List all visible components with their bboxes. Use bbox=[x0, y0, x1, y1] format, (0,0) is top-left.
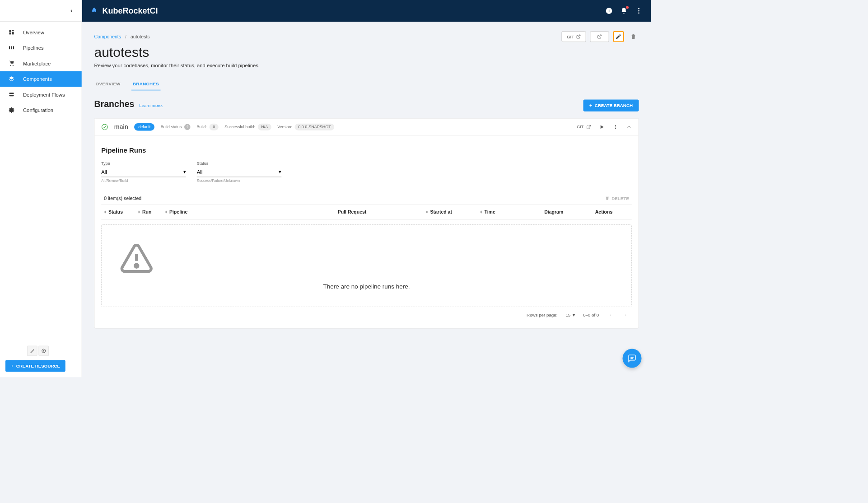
external-link-icon bbox=[576, 34, 581, 39]
svg-marker-9 bbox=[9, 76, 14, 79]
warning-icon bbox=[118, 241, 615, 275]
build-status-label: Build status bbox=[161, 125, 182, 130]
svg-rect-5 bbox=[11, 46, 12, 49]
sidebar-item-marketplace[interactable]: Marketplace bbox=[0, 56, 82, 71]
svg-line-21 bbox=[578, 35, 580, 37]
branch-git-link[interactable]: GIT bbox=[577, 125, 591, 130]
col-status: Status bbox=[108, 210, 123, 215]
sidebar-nav: Overview Pipelines Marketplace Component… bbox=[0, 22, 82, 340]
svg-point-15 bbox=[43, 350, 44, 352]
create-resource-label: CREATE RESOURCE bbox=[16, 363, 60, 368]
rocket-icon bbox=[90, 7, 98, 15]
build-label: Build: bbox=[196, 125, 207, 130]
dashboard-icon bbox=[8, 29, 15, 36]
trash-icon bbox=[630, 33, 637, 40]
page-title: autotests bbox=[94, 45, 639, 60]
sidebar-item-label: Marketplace bbox=[23, 61, 51, 66]
learn-more-link[interactable]: Learn more. bbox=[139, 103, 163, 108]
branch-header: main default Build status? Build:0 Succe… bbox=[94, 119, 639, 136]
create-branch-button[interactable]: + CREATE BRANCH bbox=[583, 100, 639, 112]
branches-title: Branches bbox=[94, 99, 135, 109]
sort-icon[interactable]: ▲▼ bbox=[165, 210, 167, 214]
sidebar-item-components[interactable]: Components bbox=[0, 71, 82, 87]
tab-branches[interactable]: BRANCHES bbox=[131, 78, 160, 91]
filter-type-select[interactable]: All ▾ bbox=[101, 167, 186, 177]
empty-state: There are no pipeline runs here. bbox=[101, 224, 632, 307]
sidebar-item-pipelines[interactable]: Pipelines bbox=[0, 40, 82, 56]
svg-text:i: i bbox=[608, 8, 610, 13]
branch-git-label: GIT bbox=[577, 125, 583, 130]
external-button[interactable] bbox=[590, 31, 609, 42]
collapse-button[interactable] bbox=[626, 124, 632, 130]
info-button[interactable]: i bbox=[605, 7, 613, 15]
svg-point-19 bbox=[638, 10, 639, 12]
wand-tool-button[interactable] bbox=[27, 346, 37, 356]
filter-status-label: Status bbox=[197, 161, 282, 166]
selected-count: 0 item(s) selected bbox=[104, 196, 141, 201]
chevron-down-icon: ▾ bbox=[279, 169, 281, 175]
page-range: 0–0 of 0 bbox=[583, 312, 599, 317]
sort-icon[interactable]: ▲▼ bbox=[480, 210, 482, 214]
svg-line-22 bbox=[599, 35, 602, 37]
sort-icon[interactable]: ▲▼ bbox=[104, 210, 106, 214]
svg-rect-3 bbox=[9, 33, 11, 35]
flows-icon bbox=[8, 92, 15, 98]
breadcrumb-current: autotests bbox=[131, 34, 150, 39]
filter-type: Type All ▾ All/Review/Build bbox=[101, 161, 186, 182]
delete-label: DELETE bbox=[611, 196, 629, 200]
rows-per-page-select[interactable]: 15 ▾ bbox=[565, 312, 575, 317]
breadcrumb-separator: / bbox=[125, 34, 126, 39]
filter-status-value: All bbox=[197, 169, 203, 175]
page-subtitle: Review your codebases, monitor their sta… bbox=[94, 63, 639, 69]
success-build-value: N/A bbox=[258, 124, 271, 130]
tab-overview[interactable]: OVERVIEW bbox=[94, 78, 122, 91]
settings-tool-button[interactable] bbox=[39, 346, 49, 356]
col-time: Time bbox=[484, 210, 495, 215]
branch-name: main bbox=[114, 123, 128, 131]
success-build-label: Successful build: bbox=[224, 125, 255, 130]
col-run: Run bbox=[142, 210, 151, 215]
question-icon: ? bbox=[184, 124, 191, 130]
header-actions: GIT bbox=[562, 31, 639, 42]
more-button[interactable] bbox=[635, 7, 643, 15]
sidebar-item-overview[interactable]: Overview bbox=[0, 24, 82, 40]
create-branch-label: CREATE BRANCH bbox=[595, 103, 633, 108]
external-link-icon bbox=[597, 34, 602, 39]
filter-status-select[interactable]: All ▾ bbox=[197, 167, 282, 177]
sort-icon[interactable]: ▲▼ bbox=[138, 210, 140, 214]
svg-rect-10 bbox=[9, 93, 14, 94]
chat-fab-button[interactable] bbox=[623, 349, 642, 368]
create-resource-button[interactable]: + CREATE RESOURCE bbox=[5, 360, 65, 372]
col-started-at: Started at bbox=[430, 210, 452, 215]
empty-message: There are no pipeline runs here. bbox=[118, 283, 615, 290]
svg-rect-4 bbox=[9, 46, 10, 49]
prev-page-button[interactable]: ‹ bbox=[607, 312, 614, 317]
pencil-icon bbox=[616, 33, 622, 40]
brand[interactable]: KubeRocketCI bbox=[90, 6, 158, 16]
svg-rect-11 bbox=[9, 95, 14, 96]
edit-button[interactable] bbox=[613, 31, 624, 42]
gear-icon bbox=[8, 107, 15, 113]
svg-point-8 bbox=[13, 65, 14, 66]
delete-button[interactable] bbox=[628, 31, 639, 42]
sidebar-item-configuration[interactable]: Configuration bbox=[0, 102, 82, 118]
svg-point-18 bbox=[638, 8, 639, 9]
build-value: 0 bbox=[210, 124, 219, 130]
next-page-button[interactable]: › bbox=[622, 312, 629, 317]
sidebar-footer: + CREATE RESOURCE bbox=[0, 340, 82, 377]
plus-icon: + bbox=[11, 363, 14, 368]
sidebar-collapse-button[interactable] bbox=[0, 0, 82, 22]
sidebar-item-label: Pipelines bbox=[23, 45, 44, 51]
rows-per-page-label: Rows per page: bbox=[527, 312, 557, 317]
sort-icon[interactable]: ▲▼ bbox=[426, 210, 428, 214]
branch-more-button[interactable] bbox=[613, 124, 618, 130]
filter-type-help: All/Review/Build bbox=[101, 178, 186, 182]
breadcrumb-root[interactable]: Components bbox=[94, 34, 121, 39]
sidebar-item-deployment-flows[interactable]: Deployment Flows bbox=[0, 87, 82, 102]
breadcrumb: Components / autotests bbox=[94, 34, 150, 39]
play-button[interactable] bbox=[599, 124, 605, 130]
delete-selected-button[interactable]: DELETE bbox=[605, 196, 629, 200]
svg-marker-25 bbox=[601, 125, 604, 129]
notifications-button[interactable] bbox=[620, 7, 628, 15]
git-link-button[interactable]: GIT bbox=[562, 31, 586, 42]
